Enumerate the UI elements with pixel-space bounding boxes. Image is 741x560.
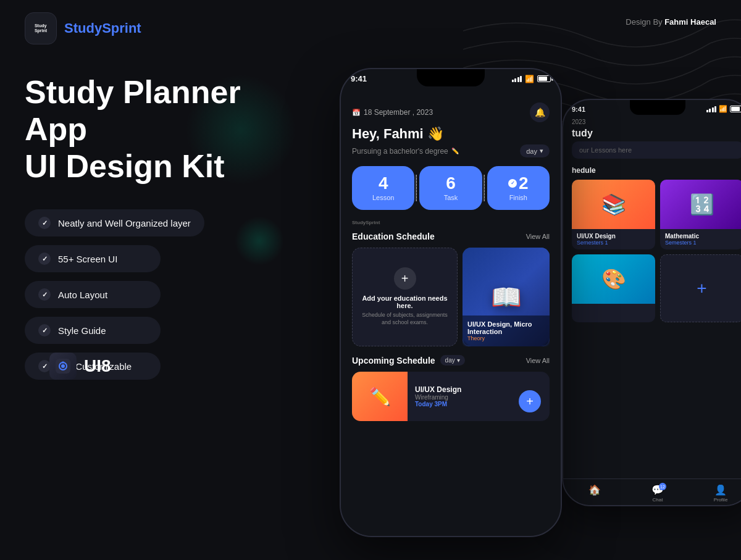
- upcoming-left: Upcoming Schedule day ▾: [352, 355, 465, 366]
- edu-view-all[interactable]: View All: [526, 233, 550, 240]
- edu-course-3d-icon: 📖: [491, 283, 522, 312]
- phone2-date: 2023: [572, 119, 741, 125]
- feature-item-2: 55+ Screen UI: [25, 245, 161, 272]
- fab-add-button[interactable]: +: [519, 390, 541, 412]
- ui8-badge: UI8: [49, 353, 111, 380]
- battery-icon: [537, 75, 551, 82]
- feature-label-3: Auto Layout: [58, 290, 107, 300]
- left-content: Study Planner App UI Design Kit Neatly a…: [25, 74, 284, 411]
- stat-task: 6 Task: [419, 166, 482, 210]
- logo-plain: Sprint: [102, 20, 141, 36]
- day-badge[interactable]: day ▾: [520, 144, 550, 157]
- upcoming-view-all[interactable]: View All: [526, 357, 550, 364]
- edu-add-sub: Schedule of subjects, assignments and sc…: [361, 312, 448, 326]
- date-row: 📅 18 September , 2023 🔔: [352, 102, 550, 122]
- course-card-1-semester: Semesters 1: [577, 240, 650, 246]
- edu-course-type: Theory: [467, 335, 545, 341]
- phone-second: 9:41 📶 2023 tudy our Lessons here hedul: [562, 99, 741, 506]
- stat-task-label: Task: [424, 194, 477, 201]
- nav-profile-icon: 👤: [714, 484, 727, 496]
- nav-home-icon: 🏠: [588, 484, 601, 496]
- logo-colored: Study: [64, 20, 102, 36]
- upcoming-header: Upcoming Schedule day ▾ View All: [352, 355, 550, 366]
- check-icon-4: [38, 324, 51, 336]
- edu-section-header: Education Schedule View All: [352, 232, 550, 241]
- edu-add-card[interactable]: + Add your education needs here. Schedul…: [352, 248, 458, 346]
- upcoming-card-img: ✏️: [352, 372, 408, 421]
- upcoming-card[interactable]: ✏️ UI/UX Design Wireframing Today 3PM +: [352, 372, 550, 421]
- nav-profile-label: Profile: [714, 497, 728, 503]
- subtitle-row: Pursuing a bachelor's degree ✏️ day ▾: [352, 144, 550, 157]
- course-card-1-img: 📚: [572, 180, 655, 229]
- date-text: 📅 18 September , 2023: [352, 108, 433, 117]
- nav-home[interactable]: 🏠: [563, 484, 626, 503]
- course-card-3-img: 🎨: [572, 254, 655, 304]
- edu-cards: + Add your education needs here. Schedul…: [352, 248, 550, 346]
- stat-lesson: 4 Lesson: [352, 166, 414, 210]
- design-by: Design By Fahmi Haecal: [626, 17, 716, 27]
- wifi-icon: 📶: [525, 75, 534, 83]
- nav-chat[interactable]: 💬 12 Chat: [626, 484, 689, 503]
- header: StudySprint StudySprint: [25, 12, 141, 44]
- stat-finish: ✓ 2 Finish: [487, 166, 550, 210]
- status-time: 9:41: [351, 74, 367, 83]
- phone-main: 9:41 📶: [340, 68, 562, 537]
- edu-course-name: UI/UX Design, Micro Interaction: [467, 320, 545, 335]
- stat-task-number: 6: [424, 175, 477, 192]
- phone-notch: [417, 69, 485, 86]
- greeting-text: Hey, Fahmi 👋: [352, 126, 550, 142]
- check-icon-5: [38, 360, 51, 372]
- chevron-icon: ▾: [540, 147, 543, 155]
- course-grid: 📚 UI/UX Design Semesters 1 🔢 M: [572, 180, 741, 322]
- phone2-search[interactable]: our Lessons here: [572, 141, 741, 159]
- add-circle-icon: +: [394, 267, 416, 290]
- nav-profile[interactable]: 👤 Profile: [689, 484, 741, 503]
- logo-box: StudySprint: [25, 12, 57, 44]
- stat-finish-label: Finish: [492, 194, 545, 201]
- phone2-greeting: tudy: [572, 128, 741, 139]
- check-icon-1: [38, 217, 51, 229]
- upcoming-title: Upcoming Schedule: [352, 356, 435, 366]
- logo-text: StudySprint: [64, 20, 141, 36]
- stat-lesson-number: 4: [357, 175, 409, 192]
- nav-chat-badge-container: 💬 12: [651, 484, 664, 496]
- upcoming-chevron-icon: ▾: [457, 357, 460, 364]
- edu-card-overlay: UI/UX Design, Micro Interaction Theory: [463, 316, 550, 346]
- nav-chat-badge: 12: [659, 483, 666, 490]
- feature-item-1: Neatly and Well Organized layer: [25, 209, 204, 236]
- feature-item-3: Auto Layout: [25, 281, 161, 308]
- bell-button[interactable]: 🔔: [530, 102, 550, 122]
- feature-label-4: Style Guide: [58, 325, 106, 336]
- feature-label-1: Neatly and Well Organized layer: [58, 218, 191, 228]
- main-title: Study Planner App UI Design Kit: [25, 74, 284, 185]
- stat-finish-number: ✓ 2: [492, 175, 545, 192]
- check-icon-2: [38, 253, 51, 265]
- brand-small: StudySprint: [352, 220, 550, 225]
- nav-chat-label: Chat: [653, 497, 663, 503]
- phones-container: 9:41 📶 2023 tudy our Lessons here hedul: [303, 49, 741, 556]
- stat-lesson-label: Lesson: [357, 194, 409, 201]
- feature-item-4: Style Guide: [25, 317, 161, 344]
- finish-check-icon: ✓: [508, 179, 517, 188]
- phone2-schedule-label: hedule: [572, 166, 741, 175]
- phone-content: 📅 18 September , 2023 🔔 Hey, Fahmi 👋 Pur…: [341, 94, 561, 536]
- edu-add-title: Add your education needs here.: [361, 295, 448, 309]
- course-card-2-name: Mathematic: [665, 233, 739, 240]
- course-card-2: 🔢 Mathematic Semesters 1: [660, 180, 741, 249]
- course-card-2-semester: Semesters 1: [665, 240, 739, 246]
- stats-row: 4 Lesson 6 Task ✓ 2 Finish: [352, 166, 550, 210]
- subtitle-text: Pursuing a bachelor's degree ✏️: [352, 147, 459, 156]
- phone2-content: 2023 tudy our Lessons here hedule 📚 UI/U…: [563, 119, 741, 505]
- course-card-1-name: UI/UX Design: [577, 233, 650, 240]
- calendar-icon: 📅: [352, 109, 361, 117]
- edu-course-card[interactable]: 📖 UI/UX Design, Micro Interaction Theory: [463, 248, 550, 346]
- add-course-btn[interactable]: +: [660, 254, 741, 322]
- upcoming-day-badge[interactable]: day ▾: [440, 355, 465, 366]
- status-icons: 📶: [512, 75, 551, 83]
- edit-icon[interactable]: ✏️: [451, 148, 459, 154]
- course-card-3: 🎨: [572, 254, 655, 322]
- course-card-1: 📚 UI/UX Design Semesters 1: [572, 180, 655, 249]
- svg-point-2: [61, 364, 65, 368]
- course-card-2-img: 🔢: [660, 180, 741, 229]
- check-icon-3: [38, 288, 51, 301]
